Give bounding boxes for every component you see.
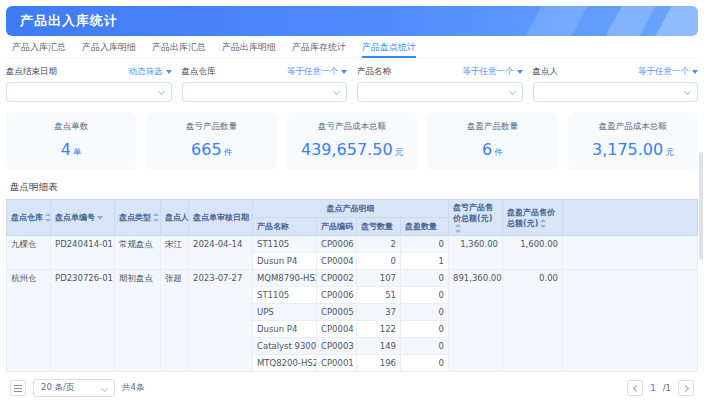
filter-warehouse: 盘点仓库 等于任意一个 xyxy=(182,66,348,102)
vertical-scrollbar[interactable] xyxy=(699,152,703,260)
caret-down-icon xyxy=(166,70,172,74)
filter-product-name: 产品名称 等于任意一个 xyxy=(357,66,523,102)
col-header-type[interactable]: 盘点类型 xyxy=(115,200,161,236)
stat-unit: 件 xyxy=(494,147,503,157)
col-header-person[interactable]: 盘点人 xyxy=(161,200,189,236)
cell-product-name: ST1105 xyxy=(253,287,317,304)
filter-label: 盘点人 xyxy=(533,66,559,78)
col-header-filler xyxy=(563,200,698,236)
cell-loss-qty: 51 xyxy=(357,287,401,304)
filter-bar: 盘点结束日期 动态筛选 盘点仓库 等于任意一个 产品名称 等于任意一个 盘点人 … xyxy=(0,58,704,102)
chevron-down-icon xyxy=(333,88,340,95)
caret-down-icon xyxy=(517,70,523,74)
cell-person: 宋江 xyxy=(161,236,189,270)
caret-down-icon xyxy=(692,70,698,74)
page-title: 产品出入库统计 xyxy=(6,12,118,30)
tab-inbound-detail[interactable]: 产品入库明细 xyxy=(82,38,136,57)
filter-label: 盘点结束日期 xyxy=(6,66,57,78)
filter-operator-dropdown[interactable]: 动态筛选 xyxy=(129,66,172,78)
filter-label: 盘点仓库 xyxy=(182,66,216,78)
chevron-down-icon xyxy=(684,88,691,95)
col-header-product-name[interactable]: 产品名称 xyxy=(253,218,317,236)
cell-gain-qty: 0 xyxy=(401,287,449,304)
cell-loss-qty: 2 xyxy=(357,236,401,253)
chevron-down-icon xyxy=(157,88,164,95)
person-select[interactable] xyxy=(533,82,699,102)
stat-card-row: 盘点单数 4单 盘亏产品数量 665件 盘亏产品成本总额 439,657.50元… xyxy=(0,102,704,170)
col-header-product-code[interactable]: 产品编码 xyxy=(317,218,357,236)
col-header-loss-amount[interactable]: 盘亏产品售价总额(元) xyxy=(449,200,503,236)
cell-product-code: CP0004 xyxy=(317,321,357,338)
tab-outbound-summary[interactable]: 产品出库汇总 xyxy=(152,38,206,57)
current-page-indicator: 1 xyxy=(650,383,655,393)
filter-operator-dropdown[interactable]: 等于任意一个 xyxy=(638,66,698,78)
cell-filler xyxy=(563,270,698,372)
tab-stocktake-stats[interactable]: 产品盘点统计 xyxy=(362,38,416,57)
stat-unit: 件 xyxy=(224,147,233,157)
cell-loss-qty: 196 xyxy=(357,355,401,372)
cell-product-code: CP0006 xyxy=(317,287,357,304)
cell-date: 2024-04-14 xyxy=(189,236,253,270)
cell-product-code: CP0002 xyxy=(317,270,357,287)
page-size-select[interactable]: 20 条/页 xyxy=(33,379,115,397)
stat-gain-qty: 盘盈产品数量 6件 xyxy=(427,112,557,170)
chevron-down-icon xyxy=(508,88,515,95)
cell-product-code: CP0006 xyxy=(317,236,357,253)
caret-down-icon xyxy=(97,216,103,220)
table-row[interactable]: 九棵仓 PD240414-01 常规盘点 宋江 2024-04-14 ST110… xyxy=(7,236,698,253)
prev-page-button[interactable] xyxy=(627,380,643,396)
filter-operator-dropdown[interactable]: 等于任意一个 xyxy=(463,66,523,78)
col-header-gain-amount[interactable]: 盘盈产品售价总额(元) xyxy=(503,200,563,236)
table-settings-button[interactable] xyxy=(10,380,26,396)
warehouse-select[interactable] xyxy=(182,82,348,102)
cell-loss-amount: 1,360.00 xyxy=(449,236,503,270)
col-header-audit-date[interactable]: 盘点单审核日期 xyxy=(189,200,253,236)
cell-gain-qty: 0 xyxy=(401,355,449,372)
cell-product-code: CP0001 xyxy=(317,355,357,372)
stat-value: 665 xyxy=(191,140,222,159)
cell-order-no: PD240414-01 xyxy=(51,236,115,270)
cell-product-name: UPS xyxy=(253,304,317,321)
cell-product-name: ST1105 xyxy=(253,236,317,253)
cell-product-name: Dusun P4 xyxy=(253,321,317,338)
cell-type: 常规盘点 xyxy=(115,236,161,270)
cell-product-code: CP0003 xyxy=(317,338,357,355)
stocktake-detail-table: 盘点仓库 盘点单编号 盘点类型 盘点人 盘点单审核日期 盘点产品明细 盘亏产品售… xyxy=(6,199,698,372)
cell-product-name: Dusun P4 xyxy=(253,253,317,270)
cell-gain-qty: 0 xyxy=(401,321,449,338)
tab-stock-stats[interactable]: 产品库存统计 xyxy=(292,38,346,57)
cell-warehouse: 九棵仓 xyxy=(7,236,51,270)
col-header-warehouse[interactable]: 盘点仓库 xyxy=(7,200,51,236)
cell-gain-qty: 0 xyxy=(401,338,449,355)
cell-product-code: CP0005 xyxy=(317,304,357,321)
col-header-gain-qty[interactable]: 盘盈数量 xyxy=(401,218,449,236)
stat-value: 439,657.50 xyxy=(301,140,393,159)
filter-operator-dropdown[interactable]: 等于任意一个 xyxy=(287,66,347,78)
stat-unit: 元 xyxy=(665,147,674,157)
page-total-indicator: /1 xyxy=(663,383,671,393)
product-name-select[interactable] xyxy=(357,82,523,102)
col-group-product-detail: 盘点产品明细 xyxy=(253,200,449,218)
table-section-title: 盘点明细表 xyxy=(10,181,698,194)
tab-bar: 产品入库汇总 产品入库明细 产品出库汇总 产品出库明细 产品库存统计 产品盘点统… xyxy=(6,38,698,58)
cell-product-name: Catalyst 9300 xyxy=(253,338,317,355)
tab-outbound-detail[interactable]: 产品出库明细 xyxy=(222,38,276,57)
col-header-loss-qty[interactable]: 盘亏数量 xyxy=(357,218,401,236)
cell-product-name: MQM8790-HS2R xyxy=(253,270,317,287)
stat-unit: 元 xyxy=(395,147,404,157)
cell-gain-qty: 0 xyxy=(401,270,449,287)
end-date-input[interactable] xyxy=(6,82,172,102)
col-header-order-no[interactable]: 盘点单编号 xyxy=(51,200,115,236)
cell-gain-qty: 0 xyxy=(401,236,449,253)
tab-inbound-summary[interactable]: 产品入库汇总 xyxy=(12,38,66,57)
cell-order-no: PD230726-01 xyxy=(51,270,115,372)
cell-type: 期初盘点 xyxy=(115,270,161,372)
cell-gain-qty: 0 xyxy=(401,304,449,321)
next-page-button[interactable] xyxy=(678,380,694,396)
table-row[interactable]: 杭州仓 PD230726-01 期初盘点 张超 2023-07-27 MQM87… xyxy=(7,270,698,287)
chevron-left-icon xyxy=(633,385,640,392)
filter-end-date: 盘点结束日期 动态筛选 xyxy=(6,66,172,102)
filter-person: 盘点人 等于任意一个 xyxy=(533,66,699,102)
banner-decoration xyxy=(596,6,662,36)
cell-gain-qty: 1 xyxy=(401,253,449,270)
